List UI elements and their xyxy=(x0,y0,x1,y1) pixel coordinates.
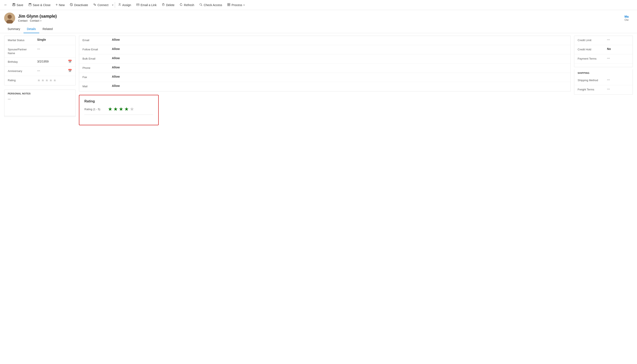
tab-summary[interactable]: Summary xyxy=(4,25,24,33)
credit-hold-field: Credit Hold No xyxy=(574,45,632,54)
popup-star-4[interactable]: ★ xyxy=(124,106,129,112)
bulk-email-label: Bulk Email xyxy=(83,56,112,61)
bottom-middle: Rating Rating (1 - 5) ★ ★ ★ ★ ★ xyxy=(79,95,571,125)
new-button[interactable]: + New xyxy=(53,0,67,10)
breadcrumb-link-1[interactable]: Contact xyxy=(18,19,28,22)
svg-rect-4 xyxy=(29,3,31,4)
contact-preferences-panel: Email Allow Follow Email Allow Bulk Emai… xyxy=(79,36,571,92)
assign-button[interactable]: Assign xyxy=(116,0,134,10)
process-icon xyxy=(227,3,230,7)
star-3[interactable]: ★ xyxy=(45,78,49,83)
process-dropdown-icon: ∨ xyxy=(243,4,245,6)
star-4[interactable]: ★ xyxy=(49,78,53,83)
rating-popup: Rating Rating (1 - 5) ★ ★ ★ ★ ★ xyxy=(79,95,159,125)
svg-point-19 xyxy=(8,15,12,19)
save-close-button[interactable]: Save & Close xyxy=(26,0,53,10)
shipping-header: SHIPPING xyxy=(574,69,632,76)
anniversary-calendar-icon[interactable]: 📅 xyxy=(68,69,72,72)
rating-value: ★ ★ ★ ★ ★ xyxy=(37,78,72,83)
breadcrumb-dropdown-icon[interactable]: ∨ xyxy=(40,20,42,22)
svg-line-6 xyxy=(71,4,72,6)
refresh-label: Refresh xyxy=(184,3,194,7)
delete-label: Delete xyxy=(166,3,174,7)
credit-limit-field: Credit Limit --- xyxy=(574,36,632,45)
rating-popup-stars[interactable]: ★ ★ ★ ★ ★ xyxy=(108,106,134,112)
tab-related[interactable]: Related xyxy=(39,25,56,33)
billing-spacer xyxy=(574,64,632,67)
phone-pref-value: Allow xyxy=(112,66,567,69)
refresh-button[interactable]: Refresh xyxy=(177,0,197,10)
save-close-label: Save & Close xyxy=(33,3,51,7)
process-button[interactable]: Process ∨ xyxy=(225,0,247,10)
contact-header: Jim Glynn (sample) Contact · Contact ∨ M… xyxy=(0,10,637,24)
email-link-button[interactable]: Email a Link xyxy=(134,0,159,10)
credit-hold-label: Credit Hold xyxy=(578,47,607,52)
credit-limit-value: --- xyxy=(607,38,629,41)
freight-terms-label: Freight Terms xyxy=(578,87,607,92)
credit-limit-label: Credit Limit xyxy=(578,38,607,42)
follow-email-value: Allow xyxy=(112,47,567,50)
breadcrumb-link-2[interactable]: Contact xyxy=(30,19,39,22)
rating-popup-label: Rating (1 - 5) xyxy=(84,108,105,111)
freight-terms-value: --- xyxy=(607,87,629,91)
check-access-button[interactable]: Check Access xyxy=(197,0,225,10)
fax-value: Allow xyxy=(112,75,567,78)
phone-pref-field: Phone Allow xyxy=(79,64,570,73)
spouse-partner-field: Spouse/PartnerName --- xyxy=(5,45,75,58)
personal-info-panel: Marital Status Single Spouse/PartnerName… xyxy=(4,36,76,86)
email-pref-value: Allow xyxy=(112,38,567,41)
separator-1 xyxy=(115,2,115,8)
birthday-value: 3/2/1959 📅 xyxy=(37,60,72,63)
breadcrumb-separator: · xyxy=(28,19,29,22)
shipping-method-field: Shipping Method --- xyxy=(574,76,632,85)
tab-details[interactable]: Details xyxy=(24,25,39,33)
rating-field: Rating ★ ★ ★ ★ ★ xyxy=(5,76,75,85)
marital-status-label: Marital Status xyxy=(8,38,37,42)
birthday-label: Birthday xyxy=(8,60,37,64)
popup-star-2[interactable]: ★ xyxy=(113,106,118,112)
personal-notes-divider xyxy=(5,116,75,117)
payment-terms-value: --- xyxy=(607,56,629,60)
personal-notes-space xyxy=(5,103,75,116)
svg-point-9 xyxy=(119,3,120,4)
personal-notes-header: PERSONAL NOTES xyxy=(5,90,75,96)
back-button[interactable]: ← xyxy=(2,0,10,10)
shipping-method-label: Shipping Method xyxy=(578,78,607,82)
freight-terms-field: Freight Terms --- xyxy=(574,85,632,94)
process-label: Process xyxy=(232,3,242,7)
follow-email-label: Follow Email xyxy=(83,47,112,52)
birthday-calendar-icon[interactable]: 📅 xyxy=(68,60,72,63)
delete-icon xyxy=(162,3,165,7)
popup-star-5[interactable]: ★ xyxy=(130,106,134,112)
svg-point-7 xyxy=(94,4,95,5)
svg-rect-2 xyxy=(13,5,15,6)
connect-icon xyxy=(93,3,96,7)
popup-spacer xyxy=(84,116,153,121)
personal-notes-panel: PERSONAL NOTES --- xyxy=(4,90,76,117)
star-2[interactable]: ★ xyxy=(41,78,45,83)
deactivate-button[interactable]: Deactivate xyxy=(67,0,91,10)
connect-dropdown[interactable]: ∨ xyxy=(111,4,114,6)
star-1[interactable]: ★ xyxy=(37,78,41,83)
star-5[interactable]: ★ xyxy=(53,78,57,83)
rating-stars[interactable]: ★ ★ ★ ★ ★ xyxy=(37,78,57,83)
popup-star-3[interactable]: ★ xyxy=(119,106,123,112)
bulk-email-value: Allow xyxy=(112,56,567,60)
save-icon xyxy=(12,3,16,7)
follow-email-field: Follow Email Allow xyxy=(79,45,570,54)
connect-button[interactable]: Connect xyxy=(91,0,111,10)
refresh-icon xyxy=(180,3,183,7)
rating-label: Rating xyxy=(8,78,37,82)
popup-star-1[interactable]: ★ xyxy=(108,106,113,112)
assign-label: Assign xyxy=(122,3,131,7)
payment-terms-field: Payment Terms --- xyxy=(574,54,632,64)
svg-rect-1 xyxy=(13,3,15,4)
anniversary-field: Anniversary --- 📅 xyxy=(5,67,75,76)
save-button[interactable]: Save xyxy=(10,0,26,10)
save-close-icon xyxy=(28,3,32,7)
contact-name: Jim Glynn (sample) xyxy=(18,14,622,19)
svg-rect-16 xyxy=(228,5,229,6)
delete-button[interactable]: Delete xyxy=(159,0,177,10)
payment-terms-label: Payment Terms xyxy=(578,56,607,61)
shipping-method-value: --- xyxy=(607,78,629,82)
